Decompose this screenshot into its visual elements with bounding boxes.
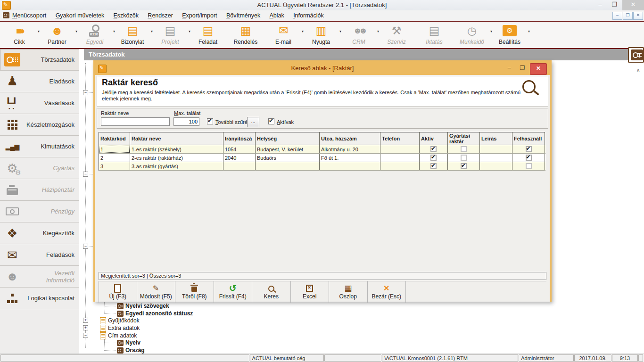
- gyartasi-checkbox[interactable]: [461, 146, 467, 152]
- cell-name[interactable]: 3-as raktár (gyártás): [130, 162, 223, 170]
- sidebar-item-vasarlasok[interactable]: Vásárlások: [0, 92, 79, 114]
- column-header[interactable]: Telefon: [380, 132, 420, 145]
- more-filter-button[interactable]: ...: [247, 117, 259, 127]
- search-button[interactable]: Keres: [252, 281, 291, 303]
- tree-expander[interactable]: −: [83, 172, 88, 177]
- cell-zip[interactable]: [223, 162, 256, 170]
- dialog-titlebar[interactable]: Kereső ablak - [Raktár] – ❐ ✕: [95, 62, 550, 75]
- tree-item[interactable]: Nyelv: [117, 339, 140, 346]
- torzsadatok-safe-button[interactable]: [628, 47, 644, 63]
- toolbar-partner[interactable]: Partner: [41, 22, 78, 48]
- cell-phone[interactable]: [380, 154, 420, 162]
- tree-item[interactable]: Egyedi azonosító státusz: [117, 310, 193, 317]
- toolbar-rendeles[interactable]: Rendelés: [229, 22, 267, 48]
- columns-button[interactable]: Oszlop: [329, 281, 368, 303]
- tree-item[interactable]: Extra adatok: [100, 324, 140, 332]
- warehouse-name-input[interactable]: [101, 117, 170, 126]
- tree-item[interactable]: Nyelvi szövegek: [117, 302, 169, 310]
- mdi-minimize-button[interactable]: –: [612, 12, 622, 20]
- mdi-restore-button[interactable]: ❐: [623, 12, 633, 20]
- toolbar-beallitas[interactable]: Beállítás: [493, 22, 531, 48]
- cell-city[interactable]: [256, 162, 320, 170]
- felhasznal-checkbox[interactable]: [526, 146, 532, 152]
- sidebar-item-feladasok[interactable]: Feladások: [0, 244, 79, 266]
- more-filter-checkbox[interactable]: [207, 118, 213, 124]
- felhasznal-checkbox[interactable]: [526, 163, 532, 169]
- dialog-maximize-button[interactable]: ❐: [517, 63, 528, 74]
- active-label[interactable]: Aktívak: [277, 119, 294, 125]
- window-minimize-button[interactable]: –: [593, 0, 607, 10]
- aktiv-checkbox[interactable]: [430, 146, 437, 152]
- tree-item[interactable]: Ország: [117, 346, 145, 354]
- max-results-input[interactable]: [173, 117, 199, 126]
- grid-row[interactable]: 1 1-es raktár (székhely) 1054 Budapest, …: [99, 145, 545, 154]
- aktiv-checkbox[interactable]: [430, 155, 437, 161]
- cell-leiras[interactable]: [480, 154, 512, 162]
- column-header[interactable]: Leírás: [480, 132, 512, 145]
- cell-zip[interactable]: 2040: [223, 154, 256, 162]
- cell-street[interactable]: Alkotmány u. 20.: [320, 145, 380, 153]
- close-button[interactable]: Bezár (Esc): [368, 281, 406, 303]
- sidebar-item-kimutatasok[interactable]: Kimutatások: [0, 136, 79, 157]
- grid-row[interactable]: 2 2-es raktár (raktárház) 2040 Budaörs F…: [99, 154, 545, 162]
- cell-city[interactable]: Budapest, V. kerület: [256, 145, 320, 153]
- column-header[interactable]: Raktár neve: [130, 132, 223, 145]
- dropdown-arrow-icon[interactable]: [151, 29, 153, 33]
- cell-name[interactable]: 1-es raktár (székhely): [130, 145, 223, 153]
- dropdown-arrow-icon[interactable]: [302, 29, 304, 33]
- tree-expander[interactable]: −: [83, 244, 88, 249]
- cell-street[interactable]: [320, 162, 380, 170]
- toolbar-feladat[interactable]: Feladat: [191, 22, 229, 48]
- tree-expander[interactable]: +: [83, 325, 88, 330]
- column-header[interactable]: Helység: [256, 132, 320, 145]
- menu-eszkozok[interactable]: Eszközök: [114, 10, 139, 21]
- column-header[interactable]: Aktív: [420, 132, 448, 145]
- aktiv-checkbox[interactable]: [430, 163, 437, 169]
- sidebar-item-logikai-kapcsolat[interactable]: Logikai kapcsolat: [0, 288, 79, 309]
- dialog-close-button[interactable]: ✕: [530, 63, 547, 75]
- menu-export-import[interactable]: Export/import: [182, 10, 217, 21]
- gyartasi-checkbox[interactable]: [461, 163, 467, 169]
- column-header[interactable]: Felhasználl: [512, 132, 545, 145]
- menu-informaciok[interactable]: Információk: [293, 10, 324, 21]
- menu-rendszer[interactable]: Rendszer: [148, 10, 173, 21]
- dropdown-arrow-icon[interactable]: [38, 29, 40, 33]
- menu-ablak[interactable]: Ablak: [270, 10, 284, 21]
- felhasznal-checkbox[interactable]: [526, 155, 532, 161]
- cell-street[interactable]: Fő út 1.: [320, 154, 380, 162]
- menu-menucsoport[interactable]: Menücsoport: [12, 10, 46, 21]
- cell-leiras[interactable]: [480, 162, 512, 170]
- toolbar-email[interactable]: E-mail: [267, 22, 305, 48]
- menu-bovitmenyek[interactable]: Bővítmények: [226, 10, 260, 21]
- mdi-close-button[interactable]: ✕: [633, 12, 643, 20]
- cell-code[interactable]: 3: [99, 162, 130, 170]
- delete-button[interactable]: Töröl (F8): [175, 281, 214, 303]
- refresh-button[interactable]: Frissít (F4): [214, 281, 253, 303]
- cell-phone[interactable]: [380, 145, 420, 153]
- window-close-button[interactable]: ✕: [622, 0, 644, 10]
- grid-row[interactable]: 3 3-as raktár (gyártás): [99, 162, 545, 171]
- cell-code[interactable]: 2: [99, 154, 130, 162]
- sidebar-item-keszletmozgasok[interactable]: Készletmozgások: [0, 114, 79, 136]
- cell-city[interactable]: Budaörs: [256, 154, 320, 162]
- cell-zip[interactable]: 1054: [223, 145, 256, 153]
- dropdown-arrow-icon[interactable]: [75, 29, 77, 33]
- gyartasi-checkbox[interactable]: [461, 155, 467, 161]
- tree-expander[interactable]: +: [83, 318, 88, 323]
- toolbar-bizonylat[interactable]: Bizonylat: [116, 22, 154, 48]
- sidebar-item-kiegeszitok[interactable]: Kiegészítők: [0, 222, 79, 244]
- cell-leiras[interactable]: [480, 145, 512, 153]
- tree-expander[interactable]: −: [83, 333, 88, 338]
- cell-phone[interactable]: [380, 162, 420, 170]
- active-checkbox[interactable]: [268, 118, 274, 124]
- column-header[interactable]: Irányítószá: [223, 132, 256, 145]
- menu-gyakori-muveletek[interactable]: Gyakori műveletek: [56, 10, 105, 21]
- dropdown-arrow-icon[interactable]: [339, 29, 341, 33]
- dialog-minimize-button[interactable]: –: [504, 63, 515, 74]
- tree-expander[interactable]: −: [83, 90, 88, 95]
- more-filter-label[interactable]: További szűrés: [215, 119, 250, 125]
- dropdown-arrow-icon[interactable]: [528, 29, 530, 33]
- sidebar-item-torzsadatok[interactable]: Törzsadatok: [0, 49, 79, 71]
- scroll-up-icon[interactable]: ∧: [636, 67, 640, 74]
- cell-name[interactable]: 2-es raktár (raktárház): [130, 154, 223, 162]
